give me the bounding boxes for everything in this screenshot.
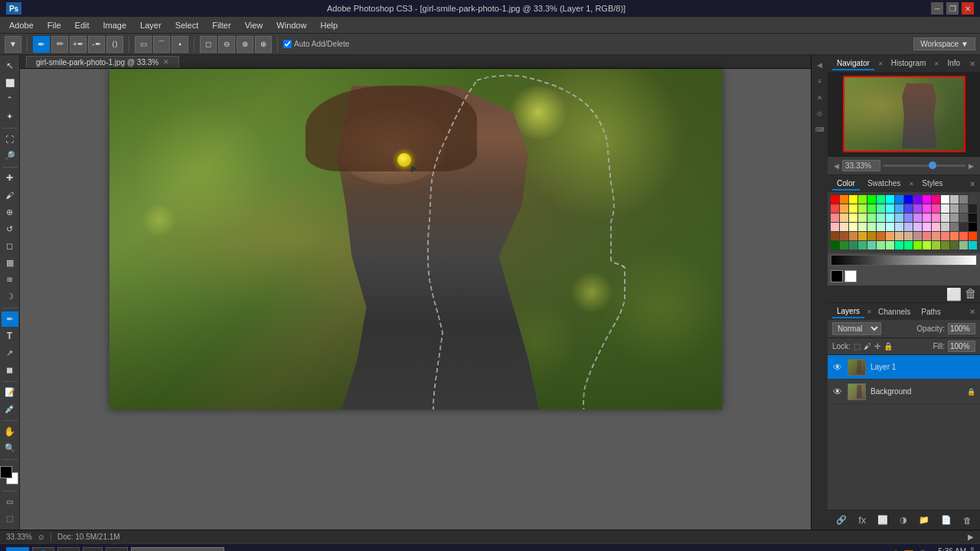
menu-adobe[interactable]: Adobe [3,19,40,31]
layers-panel-close[interactable]: ✕ [969,308,975,316]
color-swatch[interactable] [849,232,858,240]
screen-mode-btn[interactable]: ▭ [2,494,18,510]
color-swatch[interactable] [932,223,940,231]
color-swatch[interactable] [950,204,959,213]
menu-filter[interactable]: Filter [206,19,237,31]
color-swatch[interactable] [941,195,949,204]
color-swatch[interactable] [840,204,848,213]
color-swatch[interactable] [923,241,931,249]
color-swatch[interactable] [913,204,922,213]
color-swatch[interactable] [941,241,949,249]
color-swatch[interactable] [877,214,885,222]
shape-layers-btn[interactable]: ▭ [135,36,152,53]
start-button[interactable]: ⊞ [6,547,29,552]
panel-icon-4[interactable]: ⌨ [813,122,827,136]
color-swatch[interactable] [959,241,968,249]
color-swatch[interactable] [923,232,931,240]
color-swatch[interactable] [923,204,931,213]
taskbar-ps-btn[interactable]: Ps Adobe Photoshop CS3 [131,547,224,552]
screen-mode-btn2[interactable]: ⬚ [2,511,18,527]
new-group-btn[interactable]: 📁 [916,514,933,527]
zoom-input[interactable] [842,160,880,171]
color-swatch[interactable] [831,214,839,222]
color-swatch[interactable] [932,214,940,222]
blur-tool[interactable]: ≋ [2,272,18,288]
fill-input[interactable] [948,341,975,352]
color-swatch[interactable] [932,204,940,213]
convert-point-btn[interactable]: ⟨⟩ [106,36,123,53]
color-swatch[interactable] [867,223,876,231]
color-swatch[interactable] [849,223,858,231]
color-swatch[interactable] [877,232,885,240]
color-swatch[interactable] [895,232,903,240]
color-swatch[interactable] [840,223,848,231]
panel-icon-2[interactable]: A [813,90,827,104]
fill-pixels-btn[interactable]: ▪ [172,36,188,53]
color-swatch[interactable] [959,214,968,222]
color-swatch[interactable] [932,232,940,240]
color-swatch[interactable] [849,241,858,249]
delete-swatch-btn[interactable]: 🗑 [965,287,977,301]
zoom-out-btn[interactable]: ◀ [834,162,839,170]
path-exclude-btn[interactable]: ⊕ [255,36,272,53]
color-swatch[interactable] [904,232,913,240]
show-desktop-btn[interactable] [971,547,974,552]
hand-tool[interactable]: ✋ [2,424,18,439]
color-swatch[interactable] [831,232,839,240]
brush-tool[interactable]: 🖌 [2,187,18,203]
color-swatch[interactable] [959,232,968,240]
taskbar-ie-btn[interactable]: 🌐 [32,547,54,552]
color-swatch[interactable] [895,195,903,204]
color-swatch[interactable] [858,204,867,213]
color-swatch[interactable] [969,232,977,240]
tab-histogram[interactable]: Histogram [887,57,931,70]
eyedropper-tool2[interactable]: 💉 [2,402,18,417]
color-swatch[interactable] [840,195,848,204]
taskbar-photos-btn[interactable]: 🖼 [83,547,103,552]
color-swatch[interactable] [840,214,848,222]
foreground-color[interactable] [0,466,12,478]
tab-swatches[interactable]: Swatches [863,178,905,191]
paths-btn[interactable]: ⌒ [153,36,170,53]
link-layers-btn[interactable]: 🔗 [833,514,850,527]
color-swatch[interactable] [932,241,940,249]
zoom-tool[interactable]: 🔍 [2,441,18,456]
type-tool[interactable]: T [2,328,18,344]
color-swatch[interactable] [913,232,922,240]
color-swatch[interactable] [923,223,931,231]
color-panel-close[interactable]: ✕ [969,180,975,188]
workspace-button[interactable]: Workspace ▼ [913,37,975,51]
color-swatch[interactable] [959,195,968,204]
color-swatch[interactable] [877,204,885,213]
color-swatch[interactable] [969,204,977,213]
restore-button[interactable]: ❐ [946,2,959,15]
crop-tool[interactable]: ⛶ [2,132,18,147]
zoom-in-btn[interactable]: ▶ [969,162,974,170]
tab-styles[interactable]: Styles [917,178,947,191]
move-tool[interactable]: ↖ [2,58,18,73]
marquee-tool[interactable]: ⬜ [2,75,18,90]
del-anchor-btn[interactable]: -✒ [88,36,105,53]
color-swatch[interactable] [867,195,876,204]
color-swatch[interactable] [858,195,867,204]
tab-layers-close[interactable]: ✕ [867,308,872,315]
color-swatch[interactable] [877,241,885,249]
pen-tool[interactable]: ✒ [2,311,18,327]
color-swatch[interactable] [858,223,867,231]
scroll-right-btn[interactable]: ▶ [968,533,974,541]
healing-tool[interactable]: ✚ [2,171,18,186]
pen-freeform-btn[interactable]: ✏ [51,36,68,53]
color-swatch[interactable] [886,195,894,204]
background-visibility-btn[interactable]: 👁 [832,386,843,397]
color-swatch[interactable] [904,241,913,249]
layer1-visibility-btn[interactable]: 👁 [832,362,843,373]
lasso-tool[interactable]: ⌃ [2,92,18,107]
layer-item-layer1[interactable]: 👁 Layer 1 [828,355,980,380]
color-swatch[interactable] [840,241,848,249]
color-swatch[interactable] [886,223,894,231]
color-swatch[interactable] [913,223,922,231]
menu-view[interactable]: View [239,19,270,31]
color-swatch[interactable] [913,214,922,222]
auto-add-delete-checkbox[interactable]: Auto Add/Delete [283,40,349,48]
new-swatch-btn[interactable]: ⬜ [946,287,962,302]
